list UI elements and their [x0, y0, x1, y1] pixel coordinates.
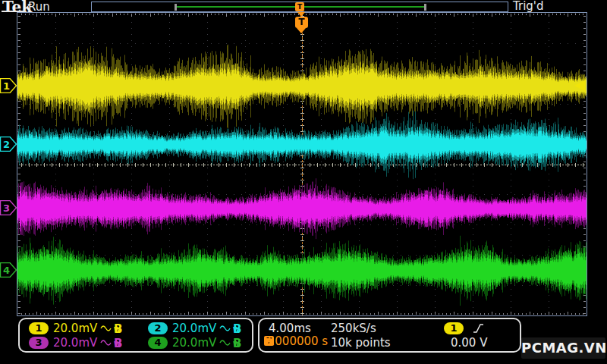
channel-4-marker[interactable]: 4 [0, 262, 17, 278]
acquisition-preview-bar: T [91, 2, 508, 12]
channel-1-badge: 1 [29, 322, 49, 334]
channel-readout-box: 1 20.0mV BW 2 20.0mV BW 3 20.0mV BW 4 20… [18, 318, 253, 353]
channel-3-marker[interactable]: 3 [0, 200, 17, 215]
horizontal-trigger-readout-box: 4.00ms 250kS/s 1 T→▼0.000000 s 10k point… [258, 318, 521, 353]
channel-2-marker-label: 2 [3, 139, 10, 150]
channel-3-bandwidth-limit-icon: BW [114, 337, 121, 348]
channel-2-marker[interactable]: 2 [0, 136, 17, 152]
trigger-flag-bottom-triangle-icon [297, 28, 306, 33]
graticule [17, 12, 587, 316]
channel-3-marker-label: 3 [3, 202, 10, 214]
channel-1-marker-label: 1 [3, 80, 10, 92]
trigger-source-badge: 1 [444, 322, 464, 334]
channel-4-badge: 4 [148, 337, 168, 349]
trigger-delay-readout: T→▼0.000000 s [264, 336, 274, 346]
oscilloscope-screen: Tek Run T Trig'd T 1 2 3 4 1 20.0mV [0, 0, 607, 364]
channel-1-bandwidth-limit-icon: BW [114, 322, 121, 334]
channel-2-ac-coupling-icon [219, 324, 231, 332]
trigger-position-bar-icon[interactable]: T [295, 2, 304, 11]
waveform-canvas [17, 13, 587, 315]
channel-1-ac-coupling-icon [100, 324, 112, 332]
timebase-scale: 4.00ms [269, 322, 311, 335]
window-bracket-left-icon [175, 4, 177, 11]
trigger-delay-value: 0.000000 s [264, 334, 328, 348]
channel-1-marker[interactable]: 1 [0, 78, 17, 93]
channel-2-badge: 2 [148, 322, 168, 334]
trigger-level-arrow-icon[interactable] [574, 80, 586, 92]
watermark: PCMAG.VN [521, 337, 605, 359]
channel-3-scale: 20.0mV [53, 336, 97, 350]
trigger-position-marker[interactable]: T [295, 17, 308, 28]
trigger-level-value: 0.00 V [451, 336, 487, 350]
sample-rate: 250kS/s [331, 322, 376, 335]
channel-4-marker-label: 4 [3, 265, 10, 276]
channel-4-ac-coupling-icon [219, 338, 231, 347]
channel-2-scale: 20.0mV [172, 322, 216, 335]
trigger-status: Trig'd [513, 0, 543, 13]
rising-edge-slope-icon [472, 322, 485, 337]
channel-3-badge: 3 [29, 337, 49, 349]
channel-4-scale: 20.0mV [172, 336, 216, 350]
window-bracket-right-icon [424, 4, 426, 11]
channel-4-bandwidth-limit-icon: BW [233, 337, 240, 348]
channel-3-ac-coupling-icon [100, 338, 112, 347]
channel-2-bandwidth-limit-icon: BW [233, 322, 240, 334]
record-length: 10k points [331, 336, 391, 350]
channel-1-scale: 20.0mV [53, 322, 97, 335]
